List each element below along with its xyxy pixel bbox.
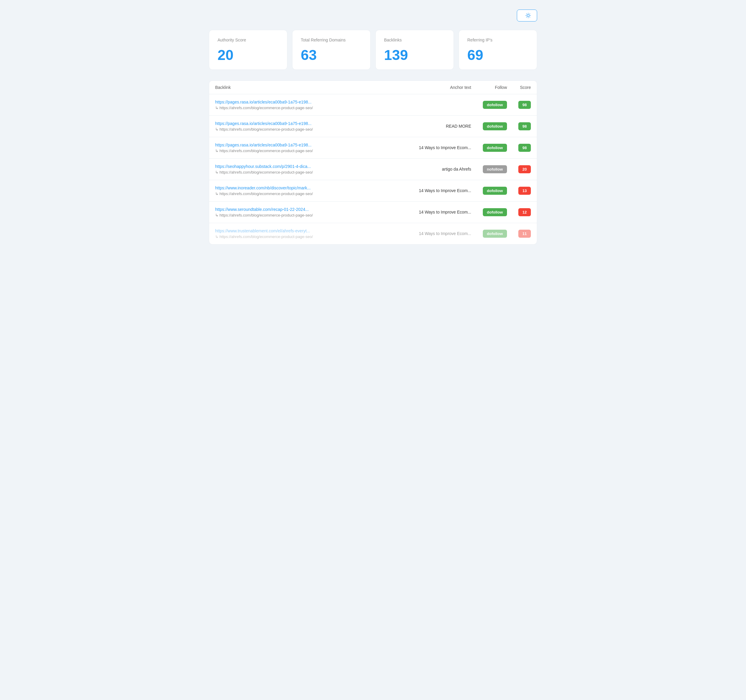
stat-card-0: Authority Score 20	[209, 30, 287, 70]
backlink-url[interactable]: https://www.seroundtable.com/recap-01-22…	[215, 207, 406, 212]
follow-badge: dofollow	[483, 208, 507, 216]
score-badge: 11	[518, 230, 531, 238]
follow-badge: dofollow	[483, 230, 507, 238]
table-row: https://www.seroundtable.com/recap-01-22…	[209, 201, 537, 223]
stat-value-2: 139	[384, 48, 445, 62]
follow-cell: dofollow	[471, 101, 507, 109]
backlink-url[interactable]: https://pages.rasa.io/articles/eca00ba9-…	[215, 143, 406, 147]
backlinks-table: Backlink Anchor text Follow Score https:…	[209, 81, 537, 245]
backlink-cell: https://pages.rasa.io/articles/eca00ba9-…	[215, 143, 406, 153]
backlink-url[interactable]: https://www.trustenablement.com/el/ahref…	[215, 228, 406, 233]
backlink-sub-url: ↳ https://ahrefs.com/blog/ecommerce-prod…	[215, 170, 406, 174]
svg-line-4	[529, 17, 530, 17]
score-badge: 13	[518, 187, 531, 195]
table-row: https://www.trustenablement.com/el/ahref…	[209, 223, 537, 244]
score-badge: 12	[518, 208, 531, 216]
svg-line-7	[526, 17, 527, 17]
backlink-cell: https://pages.rasa.io/articles/eca00ba9-…	[215, 121, 406, 132]
anchor-text: 14 Ways to Improve Ecom...	[406, 210, 471, 215]
stat-value-1: 63	[301, 48, 362, 62]
anchor-text: READ MORE	[406, 124, 471, 129]
stat-card-1: Total Referring Domains 63	[292, 30, 371, 70]
follow-cell: dofollow	[471, 144, 507, 152]
backlink-url[interactable]: https://pages.rasa.io/articles/eca00ba9-…	[215, 121, 406, 126]
follow-badge: dofollow	[483, 187, 507, 195]
table-row: https://www.inoreader.com/nb/discover/to…	[209, 180, 537, 201]
score-badge: 98	[518, 101, 531, 109]
col-anchor: Anchor text	[406, 85, 471, 90]
header	[209, 9, 537, 21]
view-all-backlinks-button[interactable]	[517, 9, 537, 21]
anchor-text: artigo da Ahrefs	[406, 167, 471, 171]
backlink-url[interactable]: https://pages.rasa.io/articles/eca00ba9-…	[215, 100, 406, 104]
score-badge: 98	[518, 144, 531, 152]
score-badge: 20	[518, 165, 531, 173]
backlink-url[interactable]: https://www.inoreader.com/nb/discover/to…	[215, 186, 406, 190]
score-cell: 12	[507, 208, 531, 216]
follow-cell: dofollow	[471, 187, 507, 195]
table-header-row: Backlink Anchor text Follow Score	[209, 81, 537, 94]
col-score: Score	[507, 85, 531, 90]
follow-badge: dofollow	[483, 122, 507, 130]
stat-card-3: Referring IP's 69	[459, 30, 537, 70]
svg-point-0	[527, 14, 529, 17]
score-badge: 98	[518, 122, 531, 130]
backlink-cell: https://www.inoreader.com/nb/discover/to…	[215, 186, 406, 196]
backlink-cell: https://www.seroundtable.com/recap-01-22…	[215, 207, 406, 218]
follow-badge: nofollow	[483, 165, 507, 173]
score-cell: 13	[507, 187, 531, 195]
stat-label-3: Referring IP's	[467, 37, 528, 43]
backlink-sub-url: ↳ https://ahrefs.com/blog/ecommerce-prod…	[215, 127, 406, 132]
table-row: https://pages.rasa.io/articles/eca00ba9-…	[209, 116, 537, 137]
follow-badge: dofollow	[483, 144, 507, 152]
score-cell: 20	[507, 165, 531, 173]
follow-badge: dofollow	[483, 101, 507, 109]
backlink-sub-url: ↳ https://ahrefs.com/blog/ecommerce-prod…	[215, 149, 406, 153]
backlink-url[interactable]: https://seohappyhour.substack.com/p/2901…	[215, 164, 406, 169]
stat-value-0: 20	[218, 48, 279, 62]
stats-grid: Authority Score 20 Total Referring Domai…	[209, 30, 537, 70]
stat-card-2: Backlinks 139	[375, 30, 454, 70]
backlink-cell: https://seohappyhour.substack.com/p/2901…	[215, 164, 406, 174]
anchor-text: 14 Ways to Improve Ecom...	[406, 231, 471, 236]
follow-cell: nofollow	[471, 165, 507, 173]
backlink-sub-url: ↳ https://ahrefs.com/blog/ecommerce-prod…	[215, 105, 406, 110]
table-row: https://pages.rasa.io/articles/eca00ba9-…	[209, 94, 537, 116]
anchor-text: 14 Ways to Improve Ecom...	[406, 188, 471, 193]
backlink-sub-url: ↳ https://ahrefs.com/blog/ecommerce-prod…	[215, 191, 406, 196]
stat-value-3: 69	[467, 48, 528, 62]
lightbulb-icon	[525, 13, 531, 18]
follow-cell: dofollow	[471, 122, 507, 130]
follow-cell: dofollow	[471, 208, 507, 216]
stat-label-1: Total Referring Domains	[301, 37, 362, 43]
backlink-cell: https://pages.rasa.io/articles/eca00ba9-…	[215, 100, 406, 110]
backlink-sub-url: ↳ https://ahrefs.com/blog/ecommerce-prod…	[215, 213, 406, 218]
score-cell: 98	[507, 122, 531, 130]
table-row: https://pages.rasa.io/articles/eca00ba9-…	[209, 137, 537, 159]
follow-cell: dofollow	[471, 230, 507, 238]
col-backlink: Backlink	[215, 85, 406, 90]
table-row: https://seohappyhour.substack.com/p/2901…	[209, 159, 537, 180]
main-container: Authority Score 20 Total Referring Domai…	[209, 9, 537, 245]
col-follow: Follow	[471, 85, 507, 90]
stat-label-0: Authority Score	[218, 37, 279, 43]
stat-label-2: Backlinks	[384, 37, 445, 43]
anchor-text: 14 Ways to Improve Ecom...	[406, 145, 471, 150]
score-cell: 98	[507, 144, 531, 152]
score-cell: 98	[507, 101, 531, 109]
score-cell: 11	[507, 230, 531, 238]
backlink-sub-url: ↳ https://ahrefs.com/blog/ecommerce-prod…	[215, 234, 406, 239]
backlink-cell: https://www.trustenablement.com/el/ahref…	[215, 228, 406, 239]
